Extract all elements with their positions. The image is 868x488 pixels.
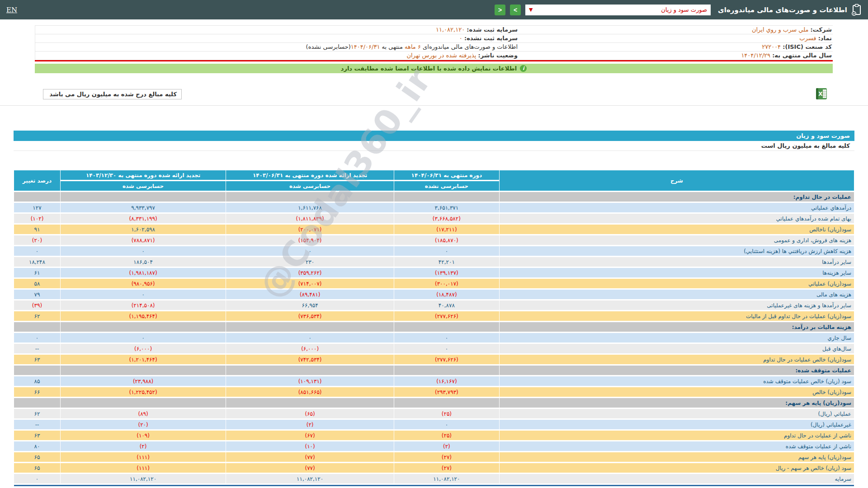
signature-match-text: اطلاعات نمایش داده شده با اطلاعات امضا ش…	[341, 65, 517, 72]
value-cell: (۲۳,۹۸۸)	[61, 376, 226, 386]
row-label: عملیات در حال تداوم:	[500, 192, 854, 202]
value-cell: (۶۷)	[226, 431, 394, 440]
change-percent-cell: --	[14, 420, 60, 429]
value-cell: (۷۴۲,۵۳۴)	[226, 355, 394, 364]
next-statement-button[interactable]: >	[510, 5, 521, 15]
page-title: اطلاعات و صورت‌های مالی میاندوره‌ای	[718, 6, 847, 14]
value-cell: ۴۲,۲۰۱	[394, 257, 499, 267]
table-row: سال جاري۰۰۰۰	[14, 333, 854, 343]
header-restated-midyear: تجدید ارائه شده دوره منتهی به ۱۴۰۳/۰۶/۳۱	[226, 170, 394, 180]
row-label: درآمدهاي عملياتي	[500, 203, 854, 212]
table-row: سود(زیان) ناخالص(۱۷,۲۱۱)(۲۰۰,۰۷۱)۱,۶۰۲,۵…	[14, 225, 854, 234]
header-change-percent: درصد تغییر	[14, 170, 60, 191]
empty-cell	[226, 192, 394, 202]
value-cell: ۰	[226, 246, 394, 256]
value-cell: ۱۱,۰۸۲,۱۲۰	[226, 474, 394, 483]
value-cell: (۶۵)	[226, 409, 394, 418]
table-row: سود(زیان) عملیات در حال تداوم قبل از مال…	[14, 311, 854, 321]
value-cell: (۳,۶۶۸,۵۸۲)	[394, 214, 499, 223]
change-percent-cell: ۰	[14, 333, 60, 343]
header-current-audit-status: حسابرسی نشده	[394, 181, 499, 191]
change-percent-cell: ۹۱	[14, 225, 60, 234]
symbol-row: نماد: فسرب	[519, 34, 833, 43]
value-cell: (۱۶,۱۶۷)	[394, 376, 499, 386]
row-label: عملیات متوقف شده:	[500, 366, 854, 375]
row-label: سرمایه	[500, 474, 854, 483]
table-row: عملیاتي (ریال)(۲۵)(۶۵)(۸۹)۶۲	[14, 409, 854, 418]
value-cell: ۶۶,۹۵۴	[226, 300, 394, 310]
value-cell: ۰	[226, 333, 394, 343]
value-cell: (۶,۰۰۰)	[226, 344, 394, 353]
value-cell: (۱۸,۴۸۷)	[394, 290, 499, 299]
previous-statement-button[interactable]: <	[495, 5, 505, 15]
income-table: شرح دوره منتهی به ۱۴۰۴/۰۶/۳۱ تجدید ارائه…	[14, 169, 854, 485]
table-row: ناشي از عملیات متوقف شده(۲)(۱۰)(۲)۸۰	[14, 441, 854, 451]
issuer-status-value: پذيرفته شده در بورس تهران	[407, 52, 476, 59]
income-table-header: شرح دوره منتهی به ۱۴۰۴/۰۶/۳۱ تجدید ارائه…	[14, 170, 854, 191]
company-name-label: شرکت:	[811, 26, 832, 33]
empty-cell	[14, 192, 60, 202]
registered-capital-label: سرمایه ثبت شده:	[467, 26, 518, 33]
section-row: عملیات متوقف شده:	[14, 366, 854, 375]
value-cell: (۱۵۴,۹۰۴)	[226, 235, 394, 245]
company-name-row: شرکت: ملي سرب و روي ايران	[519, 26, 833, 34]
value-cell: (۸۹,۴۸۱)	[226, 290, 394, 299]
excel-icon: X	[816, 88, 827, 100]
value-cell: (۱,۹۸۱,۱۸۷)	[61, 268, 226, 277]
row-label: هزینه های فروش، اداری و عمومی	[500, 235, 854, 245]
value-cell: (۲۹۳,۷۹۳)	[394, 387, 499, 397]
value-cell: (۲۷)	[394, 452, 499, 462]
table-row: بهای تمام شده درآمدهاي عملياتي(۳,۶۶۸,۵۸۲…	[14, 214, 854, 223]
excel-export-button[interactable]: X	[816, 88, 827, 100]
fiscal-year-value: ۱۴۰۴/۱۲/۲۹	[741, 52, 770, 59]
statement-title-bar: صورت سود و زیان	[14, 131, 854, 141]
value-cell: (۲۵)	[394, 409, 499, 418]
value-cell: ۱۸۶,۵۰۴	[61, 257, 226, 267]
statement-type-dropdown[interactable]: صورت سود و زیان ▼	[525, 5, 711, 15]
value-cell: (۱۷,۲۱۱)	[394, 225, 499, 234]
value-cell: (۱۳۹,۱۳۷)	[394, 268, 499, 277]
svg-text:X: X	[818, 91, 823, 97]
value-cell: ۰	[394, 420, 499, 429]
change-percent-cell: ۰	[14, 474, 60, 483]
company-info-table: شرکت: ملي سرب و روي ايران سرمایه ثبت شده…	[35, 25, 833, 61]
section-row: هزینه مالیات بر درآمد:	[14, 322, 854, 332]
isic-label: کد صنعت (ISIC):	[783, 43, 832, 50]
value-cell: ۰	[61, 290, 226, 299]
value-cell: (۸۹)	[61, 409, 226, 418]
empty-cell	[226, 322, 394, 332]
value-cell: (۷۷)	[226, 452, 394, 462]
value-cell: (۱۰۹,۱۳۱)	[226, 376, 394, 386]
table-row: سرمایه۱۱,۰۸۲,۱۲۰۱۱,۰۸۲,۱۲۰۱۱,۰۸۲,۱۲۰۰	[14, 474, 854, 483]
income-table-body: عملیات در حال تداوم:درآمدهاي عملياتي۳,۶۵…	[14, 192, 854, 483]
period-months: ۶ ماهه	[405, 43, 421, 50]
table-row: سود(زیان) خالص عملیات در حال تداوم(۲۷۷,۶…	[14, 355, 854, 364]
fiscal-year-row: سال مالی منتهی به: ۱۴۰۴/۱۲/۲۹	[519, 52, 833, 60]
topbar: اطلاعات و صورت‌های مالی میاندوره‌ای صورت…	[0, 0, 868, 19]
change-percent-cell: ۸۵	[14, 376, 60, 386]
value-cell: (۲۰)	[61, 420, 226, 429]
empty-cell	[226, 366, 394, 375]
header-restated-yearend: تجدید ارائه شده دوره منتهی به ۱۴۰۳/۱۲/۳۰	[61, 170, 226, 180]
value-cell: ۰	[394, 246, 499, 256]
header-yearend-audit-status: حسابرسی شده	[61, 181, 226, 191]
issuer-status-label: وضعیت ناشر:	[478, 52, 518, 59]
row-label: سود(زیان) عملیاتي	[500, 279, 854, 288]
english-language-link[interactable]: EN	[6, 6, 17, 14]
value-cell: (۶,۰۰۰)	[61, 344, 226, 353]
value-cell: (۲)	[394, 441, 499, 451]
value-cell: ۴۰,۸۷۸	[394, 300, 499, 310]
value-cell: (۲)	[226, 420, 394, 429]
header-description: شرح	[500, 170, 854, 191]
section-row: عملیات در حال تداوم:	[14, 192, 854, 202]
table-row: سایر درآمدها و هزینه های غیرعملیاتی۴۰,۸۷…	[14, 300, 854, 310]
row-label: سود(زیان) خالص	[500, 387, 854, 397]
table-row: سود(زیان) خالص(۲۹۳,۷۹۳)(۸۵۱,۶۶۵)(۱,۲۲۵,۴…	[14, 387, 854, 397]
header-midyear-audit-status: حسابرسی شده	[226, 181, 394, 191]
page-divider	[0, 105, 868, 106]
unregistered-capital-value: ۰	[459, 35, 462, 42]
row-label: عملیاتي (ریال)	[500, 409, 854, 418]
registered-capital-row: سرمایه ثبت شده: ۱۱,۰۸۲,۱۲۰	[35, 26, 519, 34]
value-cell: (۱,۲۰۱,۴۶۴)	[61, 355, 226, 364]
statement-subtitle: کلیه مبالغ به میلیون ریال است	[14, 141, 854, 151]
